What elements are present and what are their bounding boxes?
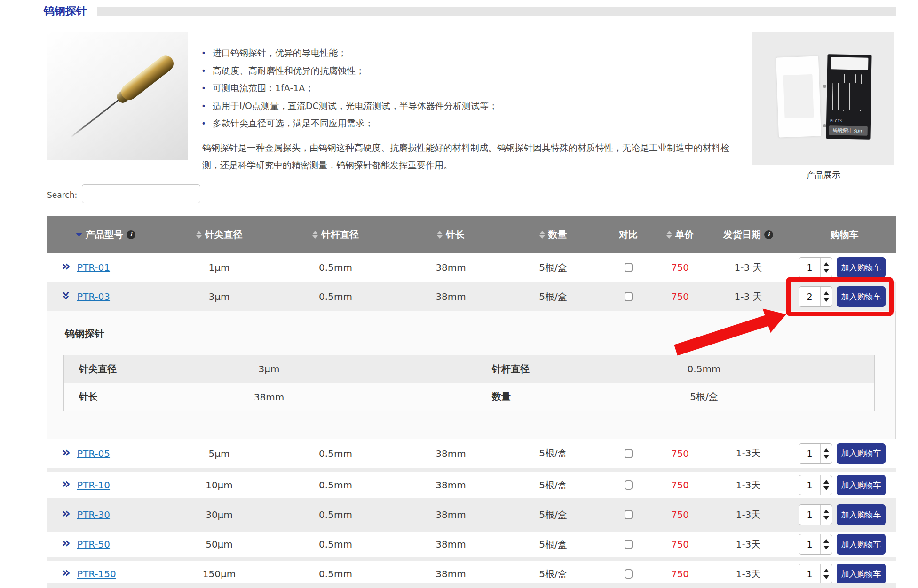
detail-table: 针尖直径 3μm 针杆直径 0.5mm 针长 38mm 数量 5根/盒 — [63, 355, 875, 411]
add-to-cart-button[interactable]: 加入购物车 — [837, 257, 886, 278]
expand-row-icon[interactable]: » — [59, 291, 73, 300]
qty-increment-icon[interactable] — [823, 448, 829, 452]
qty-decrement-icon[interactable] — [823, 516, 829, 520]
compare-checkbox[interactable] — [625, 292, 633, 301]
header-quantity[interactable]: 数量 — [506, 216, 600, 253]
table-row: » PTR-10 10μm 0.5mm 38mm 5根/盒 750 1-3天 1… — [47, 468, 896, 498]
product-description: 钨钢探针是一种金属探头，由钨钢这种高硬度、抗磨损性能好的材料制成。钨钢探针因其特… — [202, 139, 743, 174]
shaft-diameter-cell: 0.5mm — [276, 502, 396, 527]
quantity-stepper[interactable]: 1 — [799, 475, 832, 495]
qty-input[interactable]: 1 — [799, 564, 821, 584]
qty-input[interactable]: 1 — [799, 475, 821, 495]
price-cell: 750 — [657, 532, 704, 557]
qty-increment-icon[interactable] — [823, 510, 829, 513]
compare-checkbox[interactable] — [625, 480, 633, 490]
expand-row-icon[interactable]: » — [62, 565, 71, 580]
price-cell: 750 — [657, 472, 704, 498]
shaft-diameter-cell: 0.5mm — [276, 439, 396, 468]
product-link[interactable]: PTR-50 — [77, 539, 110, 550]
compare-checkbox[interactable] — [625, 569, 633, 579]
qty-increment-icon[interactable] — [823, 569, 829, 572]
quantity-stepper[interactable]: 1 — [799, 534, 832, 555]
qty-decrement-icon[interactable] — [823, 269, 829, 273]
product-link[interactable]: PTR-150 — [77, 568, 116, 580]
probe-handle — [118, 52, 177, 103]
qty-decrement-icon[interactable] — [823, 486, 829, 490]
qty-increment-icon[interactable] — [823, 539, 829, 543]
compare-checkbox[interactable] — [625, 540, 633, 549]
detail-value: 0.5mm — [627, 355, 875, 383]
quantity-stepper[interactable]: 1 — [799, 443, 832, 464]
compare-checkbox[interactable] — [625, 449, 633, 458]
sort-desc-icon — [76, 233, 82, 237]
detail-label: 针长 — [64, 383, 207, 411]
case-hinge — [823, 85, 826, 88]
qty-decrement-icon[interactable] — [823, 575, 829, 579]
product-link[interactable]: PTR-30 — [77, 509, 110, 520]
qty-increment-icon[interactable] — [823, 262, 829, 266]
qty-decrement-icon[interactable] — [823, 546, 829, 549]
table-row: » PTR-30 30μm 0.5mm 38mm 5根/盒 750 1-3天 1… — [47, 498, 896, 527]
header-tip-diameter[interactable]: 针尖直径 — [163, 216, 276, 253]
qty-input[interactable]: 1 — [799, 258, 821, 277]
header-model[interactable]: 产品型号 — [73, 216, 163, 253]
detail-label: 针杆直径 — [472, 355, 627, 383]
qty-input[interactable]: 1 — [799, 444, 821, 463]
quantity-cell: 5根/盒 — [506, 502, 600, 527]
add-to-cart-button[interactable]: 加入购物车 — [837, 504, 886, 525]
product-link[interactable]: PTR-10 — [77, 479, 110, 491]
expand-row-icon[interactable]: » — [62, 259, 71, 273]
expanded-detail-panel: 钨钢探针 针尖直径 3μm 针杆直径 0.5mm 针长 38mm 数量 5根/盒 — [47, 311, 896, 439]
expand-row-icon[interactable]: » — [62, 477, 71, 491]
price-cell: 750 — [657, 282, 704, 311]
add-to-cart-button[interactable]: 加入购物车 — [837, 443, 886, 464]
shaft-diameter-cell: 0.5mm — [276, 472, 396, 498]
compare-checkbox[interactable] — [625, 263, 633, 272]
shaft-diameter-cell: 0.5mm — [276, 532, 396, 557]
qty-input[interactable]: 1 — [799, 534, 821, 554]
add-to-cart-button[interactable]: 加入购物车 — [837, 475, 886, 495]
sort-icon — [666, 231, 672, 239]
case-tag-label: 钨钢探针 3μm — [829, 125, 868, 135]
delivery-cell: 1-3天 — [704, 439, 793, 468]
shaft-diameter-cell: 0.5mm — [276, 282, 396, 311]
quantity-stepper[interactable]: 1 — [799, 504, 832, 525]
feature-item: 适用于I/O点测量，直流DC测试，光电流测试，半导体器件分析测试等； — [201, 97, 756, 115]
info-icon[interactable] — [127, 230, 135, 239]
add-to-cart-button[interactable]: 加入购物车 — [837, 564, 886, 584]
header-shaft-diameter[interactable]: 针杆直径 — [276, 216, 396, 253]
header-needle-length[interactable]: 针长 — [396, 216, 506, 253]
case-lid — [776, 55, 822, 138]
product-link[interactable]: PTR-05 — [77, 448, 110, 459]
header-compare: 对比 — [600, 216, 657, 253]
header-price[interactable]: 单价 — [657, 216, 704, 253]
search-input[interactable] — [82, 184, 200, 203]
quantity-stepper[interactable]: 1 — [799, 257, 832, 278]
product-link[interactable]: PTR-03 — [77, 291, 110, 302]
qty-decrement-icon[interactable] — [823, 455, 829, 459]
lid-label — [783, 74, 814, 118]
tip-diameter-cell: 50μm — [163, 532, 276, 557]
price-cell: 750 — [657, 439, 704, 468]
feature-item: 多款针尖直径可选，满足不同应用需求； — [201, 115, 756, 133]
detail-subtitle: 钨钢探针 — [65, 327, 104, 340]
quantity-cell: 5根/盒 — [506, 472, 600, 498]
search-label: Search: — [47, 188, 77, 200]
product-link[interactable]: PTR-01 — [77, 262, 110, 273]
qty-input[interactable]: 1 — [799, 505, 821, 525]
detail-row: 针尖直径 3μm 针杆直径 0.5mm — [64, 355, 874, 383]
info-icon[interactable] — [764, 230, 773, 239]
add-to-cart-button[interactable]: 加入购物车 — [837, 534, 886, 555]
table-row: » PTR-01 1μm 0.5mm 38mm 5根/盒 750 1-3 天 1… — [47, 253, 896, 282]
compare-checkbox[interactable] — [625, 510, 633, 519]
feature-list: 进口钨钢探针，优异的导电性能；高硬度、高耐磨性和优异的抗腐蚀性；可测电流范围：1… — [201, 44, 756, 133]
quantity-stepper[interactable]: 1 — [799, 564, 832, 584]
qty-increment-icon[interactable] — [823, 480, 829, 484]
case-body: PLCTS 钨钢探针 3μm — [826, 54, 871, 140]
expand-row-icon[interactable]: » — [62, 506, 71, 520]
sort-icon — [196, 231, 202, 239]
page-title: 钨钢探针 — [44, 4, 87, 18]
expand-row-icon[interactable]: » — [62, 445, 71, 459]
expand-row-icon[interactable]: » — [62, 536, 71, 550]
packaging-photo: PLCTS 钨钢探针 3μm — [752, 32, 894, 165]
